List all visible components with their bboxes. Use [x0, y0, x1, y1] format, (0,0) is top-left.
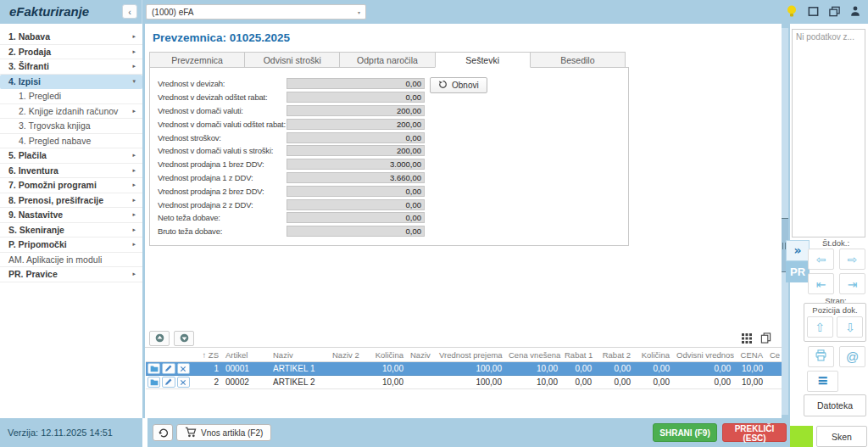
move-up-button[interactable] [149, 331, 170, 346]
last-doc-button[interactable]: ⇥ [839, 273, 865, 294]
sidebar-item-1-pregledi[interactable]: 1. Pregledi [0, 89, 142, 104]
sidebar-item-2-knjige-izdanih-računov[interactable]: 2. Knjige izdanih računov▸ [0, 104, 142, 120]
add-article-button[interactable]: Vnos artikla (F2) [176, 424, 271, 441]
table-row[interactable]: 100001ARTIKEL 110,00100,0010,000,000,000… [146, 362, 782, 376]
column-header-naziv[interactable]: Naziv [407, 349, 436, 362]
sidebar-item-2-prodaja[interactable]: 2. Prodaja▸ [0, 45, 142, 60]
pr-tab-label[interactable]: PR [786, 261, 810, 282]
edit-row-button[interactable] [162, 363, 175, 374]
sidebar-item-s-skeniranje[interactable]: S. Skeniranje▸ [0, 223, 142, 238]
tab-seštevki[interactable]: Seštevki [435, 52, 531, 68]
cell: 00002 [222, 376, 270, 389]
field-value[interactable]: 200,00 [287, 105, 425, 116]
tab-prevzemnica[interactable]: Prevzemnica [149, 52, 245, 68]
cell: 0,00 [634, 362, 673, 376]
chevron-right-icon: ▸ [132, 104, 136, 120]
open-row-button[interactable] [147, 377, 160, 388]
column-header-rabat-1[interactable]: Rabat 1 [561, 349, 595, 362]
column-header-ce[interactable]: Ce [766, 349, 782, 362]
field-row: Vrednost prodajna 1 brez DDV:3.000,00 [150, 158, 628, 171]
sidebar-item-3-trgovska-knjiga[interactable]: 3. Trgovska knjiga [0, 119, 142, 134]
printer-icon [815, 349, 827, 361]
cell: 10,00 [734, 362, 766, 376]
doc-position-label: Pozicija dok. [804, 305, 865, 315]
sidebar-item-7-pomožni-programi[interactable]: 7. Pomožni programi▸ [0, 178, 142, 193]
field-value[interactable]: 0,00 [287, 132, 425, 143]
table-row[interactable]: 200002ARTIKEL 210,00100,0010,000,000,000… [146, 376, 782, 389]
chevron-right-icon: ▸ [132, 164, 136, 179]
delete-row-button[interactable] [177, 377, 190, 388]
tab-odvisni-stroški[interactable]: Odvisni stroški [244, 52, 340, 68]
prev-doc-button[interactable]: ⇦ [808, 249, 834, 270]
save-button[interactable]: SHRANI (F9) [653, 423, 717, 442]
chevron-right-icon: ▸ [132, 267, 136, 282]
grid-settings-icon[interactable] [737, 331, 756, 346]
sidebar-item-5-plačila[interactable]: 5. Plačila▸ [0, 148, 142, 164]
print-button[interactable] [808, 346, 834, 367]
column-header-cena[interactable]: CENA [734, 349, 766, 362]
cancel-button[interactable]: PREKLIČI (ESC) [722, 423, 787, 442]
refresh-button[interactable]: Obnovi [430, 77, 487, 93]
field-value[interactable]: 0,00 [287, 78, 425, 89]
edit-row-button[interactable] [162, 377, 175, 388]
tab-odprta-naročila[interactable]: Odprta naročila [339, 52, 435, 68]
sidebar-item-4-pregled-nabave[interactable]: 4. Pregled nabave [0, 134, 142, 149]
field-value[interactable]: 0,00 [287, 226, 425, 237]
column-header-odvisni-vrednost[interactable]: Odvisni vrednost [673, 349, 734, 362]
column-header-zs[interactable]: ↑ ZS [193, 349, 222, 362]
column-header-rabat-2[interactable]: Rabat 2 [595, 349, 634, 362]
column-header-vrednost-prejema[interactable]: Vrednost prejema [436, 349, 505, 362]
column-header-artikel[interactable]: Artikel [222, 349, 270, 362]
position-down-button[interactable]: ⇩ [837, 316, 863, 338]
field-value[interactable]: 200,00 [287, 119, 425, 130]
field-value[interactable]: 0,00 [287, 212, 425, 223]
column-header-naziv-2[interactable]: Naziv 2 [329, 349, 368, 362]
field-value[interactable]: 3.660,00 [287, 172, 425, 183]
sidebar-collapse-button[interactable]: ‹ [122, 4, 137, 19]
chevron-right-icon: ▸ [132, 148, 136, 164]
sidebar-item-4-izpisi[interactable]: 4. Izpisi▾ [0, 75, 142, 90]
email-button[interactable]: @ [839, 346, 865, 367]
history-button[interactable] [153, 424, 173, 441]
cell: 10,00 [505, 362, 561, 376]
sidebar-item-9-nastavitve[interactable]: 9. Nastavitve▸ [0, 208, 142, 223]
column-header-cena-vnešena[interactable]: Cena vnešena [505, 349, 561, 362]
delete-row-button[interactable] [177, 363, 190, 374]
column-header-naziv[interactable]: Naziv [270, 349, 329, 362]
field-value[interactable]: 0,00 [287, 186, 425, 197]
field-value[interactable]: 200,00 [287, 145, 425, 156]
open-row-button[interactable] [147, 363, 160, 374]
move-down-button[interactable] [174, 331, 194, 346]
cell: 0,00 [595, 362, 634, 376]
field-value[interactable]: 3.000,00 [287, 159, 425, 170]
sidebar-item-8-prenosi-prešifracije[interactable]: 8. Prenosi, prešifracije▸ [0, 193, 142, 209]
sidebar-item-p-pripomočki[interactable]: P. Pripomočki▸ [0, 237, 142, 253]
menu-button[interactable]: ≡ [807, 371, 838, 392]
next-doc-button[interactable]: ⇨ [839, 249, 865, 270]
column-header-količina[interactable]: Količina [634, 349, 673, 362]
copy-grid-icon[interactable] [756, 331, 775, 346]
company-select[interactable]: (1000) eFA ▾ [146, 4, 366, 20]
sidebar-item-3-šifranti[interactable]: 3. Šifranti▸ [0, 59, 142, 75]
sidebar-item-am-aplikacije-in-moduli[interactable]: AM. Aplikacije in moduli [0, 253, 142, 268]
scan-button[interactable]: Sken [816, 426, 867, 447]
field-value[interactable]: 0,00 [287, 92, 425, 103]
sidebar-item-1-nabava[interactable]: 1. Nabava▸ [0, 30, 142, 45]
sidebar-item-label: 7. Pomožni programi [8, 180, 97, 190]
cart-icon [185, 427, 197, 439]
first-doc-button[interactable]: ⇤ [808, 273, 834, 294]
windows-stack-icon[interactable] [826, 3, 842, 19]
footer-toolbar: Vnos artikla (F2) SHRANI (F9) PREKLIČI (… [147, 418, 782, 447]
position-up-button[interactable]: ⇧ [807, 316, 833, 338]
user-icon[interactable] [848, 3, 863, 19]
maximize-icon[interactable] [805, 3, 821, 19]
sidebar-item-pr-pravice[interactable]: PR. Pravice▸ [0, 267, 142, 282]
file-button[interactable]: Datoteka [804, 394, 866, 416]
vertical-scrollbar[interactable] [782, 28, 788, 415]
column-header-količina[interactable]: Količina [368, 349, 407, 362]
field-row: Vrednost prodajna 1 z DDV:3.660,00 [150, 171, 628, 185]
lightbulb-icon[interactable] [784, 3, 799, 19]
sidebar-item-6-inventura[interactable]: 6. Inventura▸ [0, 164, 142, 179]
field-value[interactable]: 0,00 [287, 199, 425, 210]
tab-besedilo[interactable]: Besedilo [530, 52, 626, 68]
